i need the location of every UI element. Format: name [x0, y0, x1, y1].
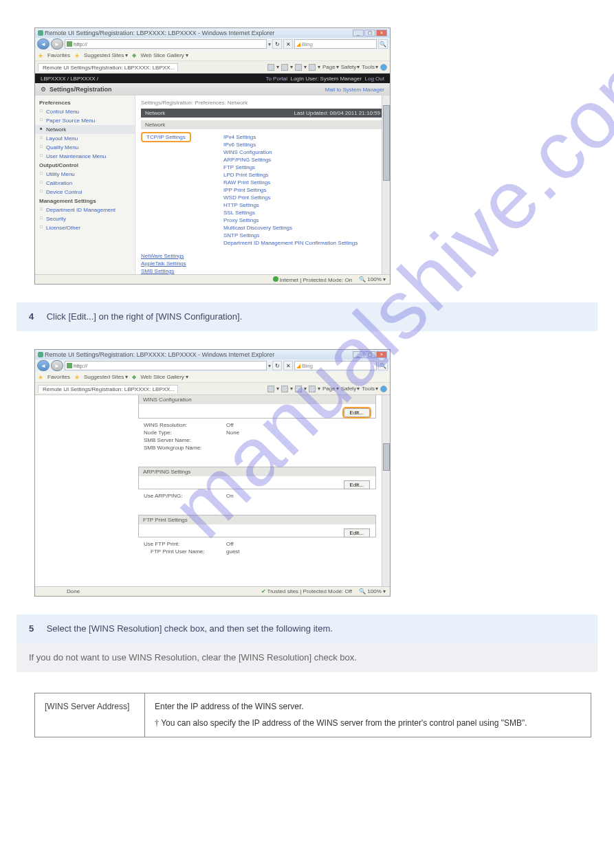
back-button[interactable]: ◄ — [37, 360, 50, 371]
link-wsd[interactable]: WSD Print Settings — [223, 194, 358, 201]
minimize-button[interactable]: _ — [353, 351, 364, 358]
feed-icon[interactable] — [281, 386, 288, 392]
refresh-button[interactable]: ↻ — [272, 39, 282, 49]
suggested-icon: ★ — [74, 52, 80, 59]
scrollbar[interactable] — [382, 96, 390, 274]
url-field[interactable]: http:// — [65, 361, 267, 370]
logout-link[interactable]: Log Out — [365, 76, 384, 82]
wins-edit-button[interactable]: Edit... — [344, 408, 370, 417]
link-http[interactable]: HTTP Settings — [223, 201, 358, 209]
favorites-label[interactable]: Favorites — [47, 52, 70, 58]
favicon-icon — [67, 41, 72, 47]
link-sntp[interactable]: SNTP Settings — [223, 232, 358, 239]
smb-server-label: SMB Server Name: — [144, 437, 226, 443]
minimize-button[interactable]: _ — [353, 30, 364, 36]
window-titlebar: Remote UI Settings/Registration: LBPXXXX… — [35, 28, 390, 38]
link-lpd[interactable]: LPD Print Settings — [223, 171, 358, 179]
sidebar-item-license[interactable]: License/Other — [35, 223, 135, 232]
node-type-value: None — [226, 430, 239, 436]
status-bar: Internet | Protected Mode: On 🔍 100% ▾ — [35, 274, 390, 284]
settings-table: [WINS Server Address] Enter the IP addre… — [34, 693, 591, 737]
home-icon[interactable] — [267, 64, 274, 71]
sidebar-item-utility[interactable]: Utility Menu — [35, 170, 135, 179]
link-proxy[interactable]: Proxy Settings — [223, 216, 358, 224]
favorites-label[interactable]: Favorites — [47, 374, 70, 380]
browser-tab[interactable]: Remote UI Settings/Registration: LBPXXXX… — [38, 63, 178, 71]
link-appletalk[interactable]: AppleTalk Settings — [141, 260, 384, 267]
to-portal-link[interactable]: To Portal — [265, 76, 287, 82]
link-ipp[interactable]: IPP Print Settings — [223, 186, 358, 194]
favorites-star-icon[interactable]: ★ — [38, 52, 43, 59]
mail-to-manager-link[interactable]: Mail to System Manager — [325, 87, 384, 93]
mail-icon[interactable] — [295, 64, 302, 71]
feed-icon[interactable] — [281, 64, 288, 71]
safety-menu[interactable]: Safety ▾ — [341, 64, 360, 70]
link-raw[interactable]: RAW Print Settings — [223, 179, 358, 186]
close-button[interactable]: × — [376, 30, 387, 36]
search-button[interactable]: 🔍 — [378, 361, 388, 370]
scroll-thumb[interactable] — [383, 105, 390, 181]
search-field[interactable]: ◢Bing — [294, 361, 377, 370]
close-button[interactable]: × — [376, 351, 387, 358]
url-field[interactable]: http:// — [65, 39, 267, 49]
favorites-star-icon[interactable]: ★ — [38, 374, 43, 381]
stop-button[interactable]: ✕ — [283, 39, 293, 49]
page-menu[interactable]: Page ▾ — [322, 386, 339, 392]
link-netware[interactable]: NetWare Settings — [141, 252, 384, 260]
refresh-button[interactable]: ↻ — [272, 361, 282, 370]
sidebar-item-layout[interactable]: Layout Menu — [35, 134, 135, 143]
link-deptid-pin[interactable]: Department ID Management PIN Confirmatio… — [223, 239, 358, 247]
back-button[interactable]: ◄ — [37, 38, 50, 49]
search-field[interactable]: ◢Bing — [294, 39, 377, 49]
page-menu[interactable]: Page ▾ — [322, 64, 339, 70]
link-ipv6[interactable]: IPv6 Settings — [223, 141, 358, 148]
help-icon[interactable] — [380, 64, 387, 71]
sidebar-item-security[interactable]: Security — [35, 214, 135, 223]
sidebar-item-device-control[interactable]: Device Control — [35, 188, 135, 197]
setting-desc-line1: Enter the IP address of the WINS server. — [155, 702, 581, 711]
print-icon[interactable] — [309, 64, 316, 71]
suggested-sites-link[interactable]: Suggested Sites ▾ — [84, 374, 129, 380]
link-multicast[interactable]: Multicast Discovery Settings — [223, 224, 358, 232]
print-icon[interactable] — [309, 386, 316, 392]
sidebar-item-paper-source[interactable]: Paper Source Menu — [35, 116, 135, 125]
link-wins[interactable]: WINS Configuration — [223, 148, 358, 156]
maximize-button[interactable]: ▢ — [364, 351, 375, 358]
mail-icon[interactable] — [295, 386, 302, 392]
main-content: WINS Configuration Edit... WINS Resoluti… — [35, 395, 390, 586]
scroll-thumb[interactable] — [383, 443, 390, 471]
link-ftp[interactable]: FTP Settings — [223, 164, 358, 171]
browser-tab[interactable]: Remote UI Settings/Registration: LBPXXXX… — [38, 385, 178, 393]
webslice-link[interactable]: Web Slice Gallery ▾ — [140, 374, 188, 380]
help-icon[interactable] — [380, 386, 387, 392]
forward-button[interactable]: ► — [51, 38, 63, 49]
link-ssl[interactable]: SSL Settings — [223, 209, 358, 216]
maximize-button[interactable]: ▢ — [364, 30, 375, 36]
forward-button[interactable]: ► — [51, 360, 63, 371]
link-smb[interactable]: SMB Settings — [141, 267, 384, 274]
sidebar-item-dept-id[interactable]: Department ID Management — [35, 205, 135, 214]
stop-button[interactable]: ✕ — [283, 361, 293, 370]
tools-menu[interactable]: Tools ▾ — [362, 64, 378, 70]
suggested-sites-link[interactable]: Suggested Sites ▾ — [84, 52, 129, 58]
arpping-panel: ARP/PING Settings Edit... — [138, 467, 376, 489]
app-icon — [38, 352, 43, 357]
sidebar-item-quality[interactable]: Quality Menu — [35, 143, 135, 152]
sidebar-item-user-maintenance[interactable]: User Maintenance Menu — [35, 152, 135, 161]
sidebar-item-control-menu[interactable]: Control Menu — [35, 107, 135, 116]
scrollbar[interactable] — [382, 395, 390, 586]
tcpip-settings-link[interactable]: TCP/IP Settings — [141, 132, 191, 142]
search-button[interactable]: 🔍 — [378, 39, 388, 49]
sidebar-item-calibration[interactable]: Calibration — [35, 179, 135, 188]
link-ipv4[interactable]: IPv4 Settings — [223, 133, 358, 141]
arpping-edit-button[interactable]: Edit... — [344, 480, 370, 489]
zoom-control[interactable]: 🔍 100% ▾ — [359, 588, 386, 594]
sidebar-item-network[interactable]: Network — [35, 125, 135, 134]
home-icon[interactable] — [267, 386, 274, 392]
safety-menu[interactable]: Safety ▾ — [341, 386, 360, 392]
webslice-link[interactable]: Web Slice Gallery ▾ — [140, 52, 188, 58]
link-arpping[interactable]: ARP/PING Settings — [223, 156, 358, 164]
ftp-edit-button[interactable]: Edit... — [344, 528, 370, 537]
zoom-control[interactable]: 🔍 100% ▾ — [359, 276, 386, 282]
tools-menu[interactable]: Tools ▾ — [362, 386, 378, 392]
